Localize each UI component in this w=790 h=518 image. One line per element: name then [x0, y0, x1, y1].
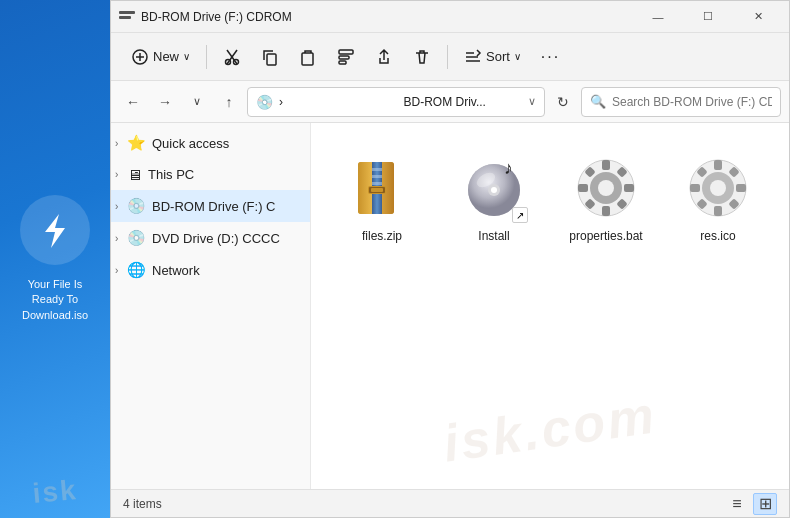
main-area: › ⭐ Quick access › 🖥 This PC › 💿 BD-ROM …	[111, 123, 789, 489]
delete-button[interactable]	[405, 42, 439, 72]
back-button[interactable]: ←	[119, 88, 147, 116]
svg-rect-22	[372, 182, 382, 185]
dvd-drive-chevron: ›	[115, 233, 118, 244]
svg-rect-34	[602, 160, 610, 170]
svg-rect-26	[371, 188, 383, 192]
toolbar-separator-1	[206, 45, 207, 69]
rename-icon	[337, 48, 355, 66]
up-button[interactable]: ↑	[215, 88, 243, 116]
zip-icon-svg	[348, 154, 416, 222]
close-button[interactable]: ✕	[735, 2, 781, 32]
sidebar-item-dvd-drive[interactable]: › 💿 DVD Drive (D:) CCCC	[111, 222, 310, 254]
quick-access-icon: ⭐	[127, 134, 146, 152]
cut-button[interactable]	[215, 42, 249, 72]
window-title: BD-ROM Drive (F:) CDROM	[141, 10, 292, 24]
window-controls: — ☐ ✕	[635, 2, 781, 32]
file-item-files-zip[interactable]: files.zip	[331, 143, 433, 253]
sort-button[interactable]: Sort ∨	[456, 42, 529, 72]
network-icon: 🌐	[127, 261, 146, 279]
search-box[interactable]: 🔍	[581, 87, 781, 117]
bd-rom-chevron: ›	[115, 201, 118, 212]
file-item-properties-bat[interactable]: properties.bat	[555, 143, 657, 253]
svg-rect-10	[339, 50, 353, 54]
svg-rect-20	[372, 168, 382, 171]
bolt-icon	[35, 210, 75, 250]
forward-button[interactable]: →	[151, 88, 179, 116]
status-bar: 4 items ≡ ⊞	[111, 489, 789, 517]
new-chevron: ∨	[183, 51, 190, 62]
delete-icon	[413, 48, 431, 66]
zip-file-icon	[347, 153, 417, 223]
sort-chevron: ∨	[514, 51, 521, 62]
svg-rect-12	[339, 61, 346, 64]
app-icon	[119, 11, 135, 23]
recent-button[interactable]: ∨	[183, 88, 211, 116]
file-item-res-ico[interactable]: res.ico	[667, 143, 769, 253]
new-button[interactable]: New ∨	[123, 42, 198, 72]
sidebar: › ⭐ Quick access › 🖥 This PC › 💿 BD-ROM …	[111, 123, 311, 489]
this-pc-chevron: ›	[115, 169, 118, 180]
ico-file-icon	[683, 153, 753, 223]
bd-rom-label: BD-ROM Drive (F:) C	[152, 199, 276, 214]
paste-icon	[299, 48, 317, 66]
svg-rect-36	[578, 184, 588, 192]
svg-rect-11	[339, 56, 349, 59]
quick-access-chevron: ›	[115, 138, 118, 149]
copy-button[interactable]	[253, 42, 287, 72]
view-controls: ≡ ⊞	[725, 493, 777, 515]
install-name: Install	[478, 229, 509, 243]
left-watermark: isk	[0, 471, 111, 512]
svg-rect-8	[267, 54, 276, 65]
network-label: Network	[152, 263, 200, 278]
share-icon	[375, 48, 393, 66]
maximize-button[interactable]: ☐	[685, 2, 731, 32]
title-bar: BD-ROM Drive (F:) CDROM — ☐ ✕	[111, 1, 789, 33]
svg-rect-48	[736, 184, 746, 192]
sidebar-item-this-pc[interactable]: › 🖥 This PC	[111, 159, 310, 190]
download-text: Your File IsReady ToDownload.iso	[14, 277, 96, 323]
sidebar-item-quick-access[interactable]: › ⭐ Quick access	[111, 127, 310, 159]
this-pc-icon: 🖥	[127, 166, 142, 183]
copy-icon	[261, 48, 279, 66]
path-chevron-icon: ∨	[528, 95, 536, 108]
content-watermark: isk.com	[311, 366, 789, 489]
rename-button[interactable]	[329, 42, 363, 72]
more-icon: ···	[541, 48, 560, 66]
sort-label: Sort	[486, 49, 510, 64]
this-pc-label: This PC	[148, 167, 194, 182]
list-view-button[interactable]: ≡	[725, 493, 749, 515]
sidebar-item-network[interactable]: › 🌐 Network	[111, 254, 310, 286]
new-label: New	[153, 49, 179, 64]
files-zip-name: files.zip	[362, 229, 402, 243]
explorer-window: BD-ROM Drive (F:) CDROM — ☐ ✕ New ∨	[110, 0, 790, 518]
refresh-button[interactable]: ↻	[549, 88, 577, 116]
toolbar: New ∨	[111, 33, 789, 81]
more-button[interactable]: ···	[533, 42, 568, 72]
cut-icon	[223, 48, 241, 66]
svg-rect-21	[372, 175, 382, 178]
download-panel: Your File IsReady ToDownload.iso isk	[0, 0, 110, 518]
file-item-install[interactable]: ♪ ↗ Install	[443, 143, 545, 253]
search-icon: 🔍	[590, 94, 606, 109]
svg-rect-46	[714, 206, 722, 216]
network-chevron: ›	[115, 265, 118, 276]
dvd-drive-label: DVD Drive (D:) CCCC	[152, 231, 280, 246]
quick-access-label: Quick access	[152, 136, 229, 151]
grid-view-button[interactable]: ⊞	[753, 493, 777, 515]
new-icon	[131, 48, 149, 66]
address-bar: ← → ∨ ↑ 💿 › BD-ROM Driv... ∨ ↻ 🔍	[111, 81, 789, 123]
res-ico-name: res.ico	[700, 229, 735, 243]
svg-text:♪: ♪	[504, 158, 513, 178]
sidebar-item-bd-rom[interactable]: › 💿 BD-ROM Drive (F:) C	[111, 190, 310, 222]
svg-point-54	[710, 180, 726, 196]
minimize-button[interactable]: —	[635, 2, 681, 32]
path-text: BD-ROM Driv...	[404, 95, 523, 109]
toolbar-separator-2	[447, 45, 448, 69]
svg-rect-35	[602, 206, 610, 216]
paste-button[interactable]	[291, 42, 325, 72]
bd-rom-icon: 💿	[127, 197, 146, 215]
search-input[interactable]	[612, 95, 772, 109]
share-button[interactable]	[367, 42, 401, 72]
path-separator: ›	[279, 95, 398, 109]
address-path[interactable]: 💿 › BD-ROM Driv... ∨	[247, 87, 545, 117]
